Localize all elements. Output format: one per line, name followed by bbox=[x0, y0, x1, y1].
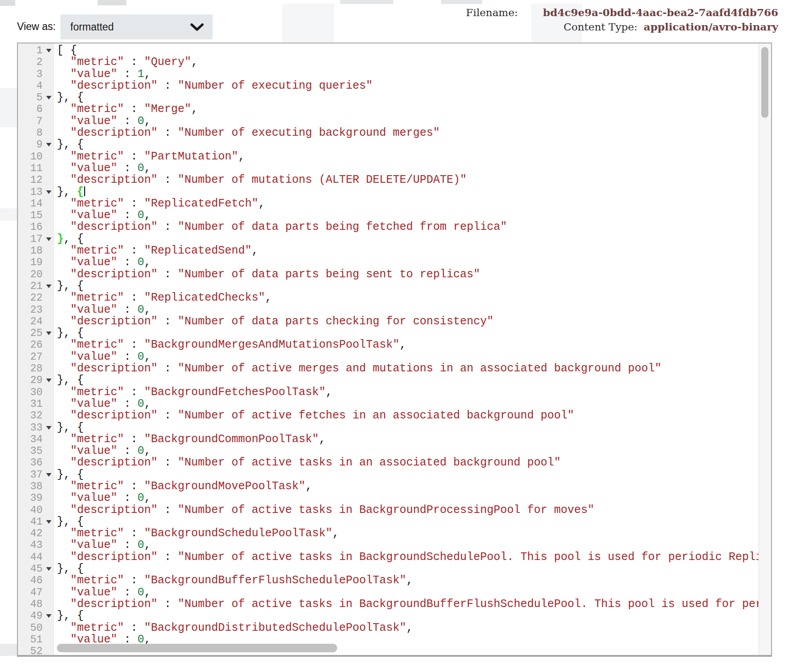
code-line: "value" : 0, bbox=[57, 163, 759, 174]
gutter-line: 30 bbox=[18, 387, 53, 398]
code-line: }, { bbox=[57, 422, 759, 434]
fold-toggle-icon[interactable] bbox=[46, 143, 51, 146]
line-number: 39 bbox=[30, 492, 43, 504]
gutter-line: 52 bbox=[18, 646, 53, 655]
vertical-scrollbar-thumb[interactable] bbox=[761, 47, 768, 118]
gutter-line: 17 bbox=[18, 233, 53, 245]
code-line: "value" : 0, bbox=[57, 492, 759, 504]
line-number: 12 bbox=[30, 174, 43, 186]
fold-toggle-icon[interactable] bbox=[46, 379, 51, 382]
gutter-line: 47 bbox=[18, 587, 53, 599]
line-number: 41 bbox=[30, 516, 43, 528]
line-number: 38 bbox=[30, 481, 43, 492]
code-line: "value" : 0, bbox=[57, 539, 759, 551]
code-line: "description" : "Number of executing que… bbox=[57, 80, 759, 92]
line-number: 22 bbox=[30, 292, 43, 304]
fold-toggle-icon[interactable] bbox=[46, 96, 51, 99]
content-type-value: application/avro-binary bbox=[644, 21, 778, 33]
gutter-line: 12 bbox=[18, 174, 53, 186]
gutter-line: 15 bbox=[18, 210, 53, 221]
gutter-line: 33 bbox=[18, 422, 53, 434]
line-number: 45 bbox=[30, 563, 43, 575]
fold-toggle-icon[interactable] bbox=[46, 237, 51, 241]
line-number: 43 bbox=[30, 539, 43, 551]
code-content[interactable]: [ { "metric" : "Query", "value" : 1, "de… bbox=[54, 43, 759, 655]
code-line: }, { bbox=[57, 233, 759, 245]
line-number: 40 bbox=[30, 504, 43, 516]
fold-toggle-icon[interactable] bbox=[46, 332, 51, 335]
gutter-line: 44 bbox=[18, 551, 53, 563]
gutter-line: 36 bbox=[18, 457, 53, 469]
line-number: 36 bbox=[30, 457, 43, 469]
gutter-line: 38 bbox=[18, 481, 53, 492]
gutter: 1234567891011121314151617181920212223242… bbox=[18, 43, 54, 655]
line-number: 27 bbox=[30, 351, 43, 363]
line-number: 3 bbox=[36, 69, 43, 80]
fold-toggle-icon[interactable] bbox=[46, 614, 51, 618]
filename-label: Filename: bbox=[466, 7, 518, 18]
view-as-label: View as: bbox=[17, 21, 56, 33]
fold-toggle-icon[interactable] bbox=[46, 426, 51, 430]
line-number: 44 bbox=[30, 551, 43, 563]
horizontal-scrollbar-thumb[interactable] bbox=[57, 644, 337, 652]
code-line: "description" : "Number of data parts ch… bbox=[57, 316, 759, 327]
code-line: }, { bbox=[57, 92, 759, 103]
line-number: 6 bbox=[36, 103, 43, 115]
gutter-line: 51 bbox=[18, 634, 53, 646]
code-line: "metric" : "ReplicatedFetch", bbox=[57, 198, 759, 210]
line-number: 2 bbox=[36, 56, 43, 68]
line-number: 4 bbox=[36, 80, 43, 92]
gutter-line: 27 bbox=[18, 351, 53, 363]
code-line: "value" : 0, bbox=[57, 398, 759, 410]
code-line: "metric" : "PartMutation", bbox=[57, 151, 759, 163]
gutter-line: 45 bbox=[18, 563, 53, 575]
fold-toggle-icon[interactable] bbox=[46, 49, 51, 52]
vertical-scrollbar-track[interactable] bbox=[759, 43, 771, 655]
line-number: 29 bbox=[30, 375, 43, 386]
code-line: "description" : "Number of active tasks … bbox=[57, 457, 759, 469]
gutter-line: 19 bbox=[18, 257, 53, 268]
gutter-line: 16 bbox=[18, 221, 53, 233]
gutter-line: 5 bbox=[18, 92, 53, 103]
code-line: "value" : 0, bbox=[57, 445, 759, 457]
code-line: }, { bbox=[57, 516, 759, 528]
background-artifact bbox=[0, 644, 17, 656]
code-line: }, { bbox=[57, 186, 759, 198]
message-meta: Filename: bd4c9e9a-0bdd-4aac-bea2-7aafd4… bbox=[466, 6, 778, 35]
line-number: 19 bbox=[30, 257, 43, 268]
fold-toggle-icon[interactable] bbox=[46, 284, 51, 288]
code-line: "metric" : "BackgroundFetchesPoolTask", bbox=[57, 387, 759, 398]
gutter-line: 7 bbox=[18, 116, 53, 127]
background-artifact bbox=[98, 0, 126, 5]
gutter-line: 20 bbox=[18, 269, 53, 280]
code-line: }, { bbox=[57, 610, 759, 622]
code-line: "value" : 0, bbox=[57, 587, 759, 599]
line-number: 18 bbox=[30, 245, 43, 257]
fold-toggle-icon[interactable] bbox=[46, 473, 51, 477]
code-line: "value" : 1, bbox=[57, 69, 759, 80]
background-artifact bbox=[0, 208, 17, 221]
code-line: "metric" : "ReplicatedSend", bbox=[57, 245, 759, 257]
code-line: "metric" : "BackgroundMergesAndMutations… bbox=[57, 339, 759, 351]
code-line: "metric" : "BackgroundCommonPoolTask", bbox=[57, 434, 759, 445]
code-line: }, { bbox=[57, 375, 759, 386]
line-number: 51 bbox=[30, 634, 43, 646]
code-line: "metric" : "BackgroundBufferFlushSchedul… bbox=[57, 575, 759, 586]
code-line: "description" : "Number of active fetche… bbox=[57, 410, 759, 422]
fold-toggle-icon[interactable] bbox=[46, 567, 51, 571]
code-line: "value" : 0, bbox=[57, 116, 759, 127]
gutter-line: 34 bbox=[18, 434, 53, 445]
code-line: [ { bbox=[57, 45, 759, 56]
line-number: 26 bbox=[30, 339, 43, 351]
fold-toggle-icon[interactable] bbox=[46, 190, 51, 194]
code-line: "description" : "Number of active tasks … bbox=[57, 504, 759, 516]
code-line: "metric" : "BackgroundDistributedSchedul… bbox=[57, 622, 759, 634]
view-as-select[interactable]: formatted bbox=[60, 14, 213, 39]
gutter-line: 1 bbox=[18, 45, 53, 56]
json-code-editor[interactable]: 1234567891011121314151617181920212223242… bbox=[17, 43, 772, 657]
code-line: "description" : "Number of active merges… bbox=[57, 363, 759, 375]
code-line: "metric" : "Merge", bbox=[57, 103, 759, 115]
gutter-line: 31 bbox=[18, 398, 53, 410]
fold-toggle-icon[interactable] bbox=[46, 520, 51, 524]
content-type-label: Content Type: bbox=[564, 21, 638, 33]
